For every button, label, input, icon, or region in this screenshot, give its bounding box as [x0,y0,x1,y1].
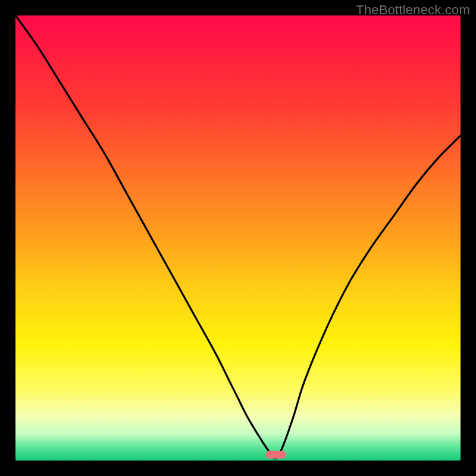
watermark-text: TheBottleneck.com [356,2,470,18]
bottleneck-curve [15,15,461,458]
minimum-marker [266,451,286,459]
curve-svg [15,15,461,461]
plot-area [15,15,461,461]
chart-frame: TheBottleneck.com [0,0,476,476]
